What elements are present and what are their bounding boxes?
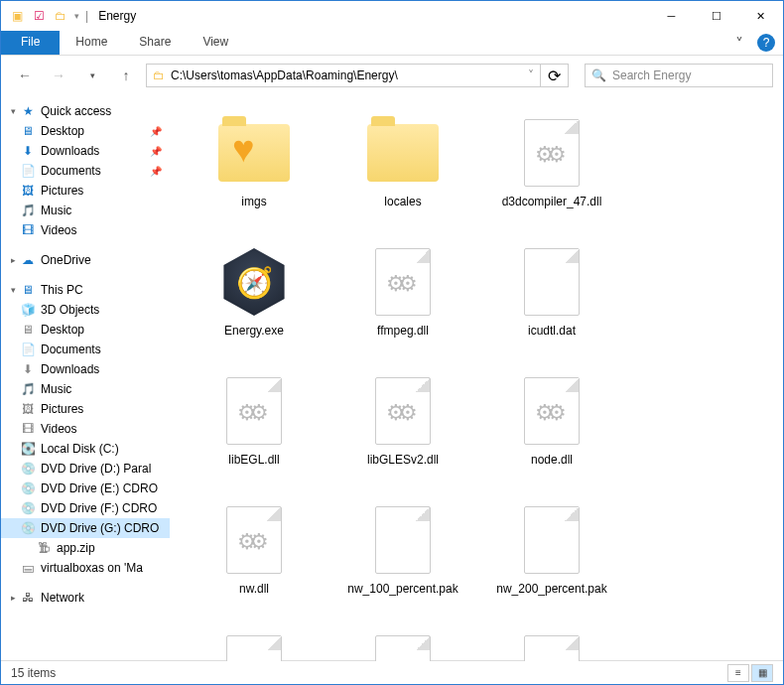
network-icon: 🖧: [19, 591, 37, 605]
address-input[interactable]: 🗀 C:\Users\tomas\AppData\Roaming\Energy\…: [146, 64, 541, 87]
address-dropdown-icon[interactable]: ˅: [528, 68, 534, 82]
expand-icon[interactable]: ▾: [7, 285, 19, 295]
nav-item[interactable]: 🖥Desktop: [1, 320, 170, 340]
netdrive-icon: 🖴: [19, 561, 37, 575]
title-separator: |: [85, 9, 88, 23]
file-item[interactable]: nw.dll: [180, 498, 328, 627]
nav-label: DVD Drive (F:) CDRO: [41, 501, 157, 515]
tab-view[interactable]: View: [187, 31, 244, 55]
nav-item-videos[interactable]: 🎞Videos: [1, 220, 170, 240]
file-item[interactable]: node.dll: [477, 369, 626, 498]
this-pc-header[interactable]: ▾ 🖥 This PC: [1, 280, 170, 300]
quick-access-header[interactable]: ▾ ★ Quick access: [1, 101, 170, 121]
nav-item[interactable]: 🧊3D Objects: [1, 300, 170, 320]
nav-item[interactable]: ⬇Downloads: [1, 359, 170, 379]
nav-item-downloads[interactable]: ⬇Downloads📌: [1, 141, 170, 161]
file-name: locales: [384, 195, 421, 208]
file-item[interactable]: d3dcompiler_47.dll: [477, 111, 626, 240]
file-name: d3dcompiler_47.dll: [502, 195, 602, 208]
file-item[interactable]: locales: [328, 111, 477, 240]
nav-label: Desktop: [41, 124, 84, 138]
nav-item-pictures[interactable]: 🖼Pictures: [1, 181, 170, 201]
ribbon-collapse-icon[interactable]: ˅: [725, 31, 753, 55]
qat-new-folder-icon[interactable]: 🗀: [53, 8, 68, 24]
nav-item[interactable]: 🖴virtualboxas on 'Ma: [1, 558, 170, 578]
file-icon: [524, 635, 580, 661]
nav-label: DVD Drive (G:) CDRO: [41, 521, 159, 535]
file-item[interactable]: libEGL.dll: [180, 369, 328, 498]
expand-icon[interactable]: ▸: [7, 593, 19, 603]
file-icon: [375, 506, 431, 574]
nav-item[interactable]: 💽Local Disk (C:): [1, 439, 170, 459]
title-bar: ▣ ☑ 🗀 ▾ | Energy ─ ☐ ✕: [1, 1, 783, 31]
nav-label: Videos: [41, 422, 76, 436]
compass-app-icon: 🧭: [220, 248, 288, 316]
downloads-icon: ⬇: [19, 362, 37, 376]
nav-item[interactable]: 🖼Pictures: [1, 399, 170, 419]
folder-icon: [218, 124, 290, 182]
file-item[interactable]: nw_200_percent.pak: [477, 498, 626, 627]
pin-icon: 📌: [150, 126, 162, 137]
expand-icon[interactable]: ▾: [7, 106, 19, 116]
minimize-button[interactable]: ─: [649, 1, 694, 31]
file-name: nw_200_percent.pak: [496, 582, 606, 596]
file-tab[interactable]: File: [1, 31, 60, 55]
nav-item-music[interactable]: 🎵Music: [1, 201, 170, 220]
file-item[interactable]: v8_context_snapshot.bin: [477, 627, 626, 661]
nav-item[interactable]: 💿DVD Drive (F:) CDRO: [1, 498, 170, 518]
file-item[interactable]: resources.pak: [328, 627, 477, 661]
pin-icon: 📌: [150, 146, 162, 157]
large-icons-view-button[interactable]: ▦: [751, 664, 773, 682]
help-icon[interactable]: ?: [757, 34, 775, 52]
nav-back-button[interactable]: ←: [11, 62, 39, 89]
nav-item[interactable]: 💿DVD Drive (G:) CDRO: [1, 518, 170, 538]
file-list[interactable]: imgslocalesd3dcompiler_47.dll🧭Energy.exe…: [170, 95, 783, 661]
nav-up-button[interactable]: ↑: [112, 62, 140, 89]
music-icon: 🎵: [19, 204, 37, 217]
dll-file-icon: [375, 377, 431, 445]
close-button[interactable]: ✕: [738, 1, 783, 31]
videos-icon: 🎞: [19, 223, 37, 237]
dll-file-icon: [524, 119, 580, 187]
file-item[interactable]: nw_100_percent.pak: [328, 498, 477, 627]
maximize-button[interactable]: ☐: [694, 1, 738, 31]
nav-item-desktop[interactable]: 🖥Desktop📌: [1, 121, 170, 141]
file-name: imgs: [241, 195, 266, 208]
search-input[interactable]: 🔍 Search Energy: [585, 64, 773, 87]
file-item[interactable]: 🧭Energy.exe: [180, 240, 328, 369]
file-item[interactable]: ffmpeg.dll: [328, 240, 477, 369]
search-icon: 🔍: [591, 68, 606, 82]
file-icon: [524, 248, 580, 316]
file-name: Energy.exe: [224, 324, 284, 338]
quick-access-toolbar: ▣ ☑ 🗀 ▾: [9, 8, 79, 24]
nav-item[interactable]: 🗜app.zip: [1, 538, 170, 558]
onedrive-header[interactable]: ▸ ☁ OneDrive: [1, 250, 170, 270]
nav-item[interactable]: 🎞Videos: [1, 419, 170, 439]
qat-properties-icon[interactable]: ☑: [31, 8, 47, 24]
file-name: ffmpeg.dll: [377, 324, 429, 338]
nav-recent-dropdown[interactable]: ▾: [78, 62, 106, 89]
nav-item[interactable]: 📄Documents: [1, 340, 170, 359]
refresh-button[interactable]: ⟳: [541, 64, 569, 87]
file-name: icudtl.dat: [528, 324, 576, 338]
nav-item[interactable]: 💿DVD Drive (D:) Paral: [1, 459, 170, 479]
nav-label: DVD Drive (E:) CDRO: [41, 481, 158, 495]
disk-icon: 💽: [19, 442, 37, 456]
address-path: C:\Users\tomas\AppData\Roaming\Energy\: [171, 68, 398, 82]
file-item[interactable]: imgs: [180, 111, 328, 240]
nav-item[interactable]: 🎵Music: [1, 379, 170, 399]
tab-share[interactable]: Share: [123, 31, 187, 55]
qat-dropdown-icon[interactable]: ▾: [74, 11, 79, 21]
expand-icon[interactable]: ▸: [7, 255, 19, 265]
nav-item-documents[interactable]: 📄Documents📌: [1, 161, 170, 181]
tab-home[interactable]: Home: [60, 31, 123, 55]
file-item[interactable]: libGLESv2.dll: [328, 369, 477, 498]
file-item[interactable]: icudtl.dat: [477, 240, 626, 369]
star-icon: ★: [19, 104, 37, 118]
nav-forward-button[interactable]: →: [45, 62, 72, 89]
nav-item[interactable]: 💿DVD Drive (E:) CDRO: [1, 479, 170, 498]
details-view-button[interactable]: ≡: [727, 664, 749, 682]
file-item[interactable]: nw_elf.dll: [180, 627, 328, 661]
folder-app-icon: ▣: [9, 8, 25, 24]
network-header[interactable]: ▸ 🖧 Network: [1, 588, 170, 608]
